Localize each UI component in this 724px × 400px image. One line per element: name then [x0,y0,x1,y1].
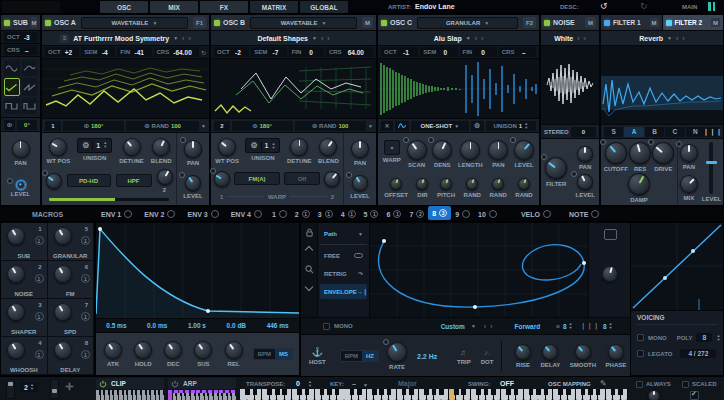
lfo-knob[interactable]: RISE [515,344,531,368]
mod-badge[interactable] [403,137,409,143]
transpose-value[interactable]: 0 [296,380,300,387]
osc-c-mini-knob[interactable]: RAND [464,178,481,198]
scaled-checkbox[interactable] [682,381,689,388]
macros-tab[interactable]: MACROS [0,211,95,218]
piano-black-key[interactable] [297,389,302,395]
piano-black-key[interactable] [350,389,355,395]
shape-prev-icon[interactable]: ‹ [484,323,486,330]
piano-black-key[interactable] [335,389,340,395]
osc-b-fin-field[interactable]: FIN0 [289,47,324,57]
osc-c-f2-button[interactable]: F2 [523,17,536,28]
filter-response-display[interactable] [601,46,723,125]
key-value[interactable]: – [352,380,356,387]
osc-b-blend-knob[interactable] [319,138,337,156]
osc-c-level-knob[interactable] [514,140,534,160]
pause-icon[interactable] [708,2,715,11]
crosshair-icon[interactable]: ✛ [65,381,73,392]
lock-icon[interactable] [305,228,314,237]
piano-black-key[interactable] [372,389,377,395]
filter-2-tab[interactable]: FILTER 2 M [663,15,724,31]
osc-a-preset-name[interactable]: AT Furthrrrr Mood Symmetry [73,35,169,42]
mod-badge[interactable] [600,139,606,145]
noise-next-icon[interactable]: › [584,35,586,42]
lfo-tab[interactable]: 21 [291,206,314,222]
lfo-envelope-button[interactable]: ENVELOPE→❘ [320,284,367,299]
env-tab[interactable]: ENV 2 [138,206,181,222]
arp-label[interactable]: ARP [183,380,197,387]
osc-a-level-knob[interactable] [185,175,201,191]
filter-type-button[interactable]: C [665,127,684,137]
env-value[interactable]: 0.0 ms [147,322,167,329]
noise-filter-knob[interactable] [545,157,567,179]
osc-a-preset-dropdown-icon[interactable]: ▼ [173,35,178,41]
osc-c-sample-display[interactable] [378,59,539,119]
osc-c-scan-knob[interactable] [407,140,427,160]
piano-black-key[interactable] [282,389,287,395]
filter-mix-knob[interactable] [680,175,698,193]
osc-mapping-button[interactable]: OSC MAPPING [548,381,591,387]
osc-c-playmode-dropdown[interactable]: ONE-SHOT▼ [411,121,469,131]
filter-type-button[interactable]: S [604,127,623,137]
macro-knob[interactable] [54,303,72,321]
sub-oct-field[interactable]: OCT-3 [4,32,37,42]
arp-power-icon[interactable] [171,380,179,388]
lfo-tab[interactable]: 1 [268,206,291,222]
lfo-aux-knob[interactable] [602,266,618,282]
mod-badge[interactable] [346,172,352,178]
noise-waveform-display[interactable] [541,46,599,125]
view-tab[interactable]: MIX [150,1,198,13]
osc-b-unison-stepper[interactable]: ⚙1▲▼ [245,138,280,153]
osc-a-wtpos-knob[interactable] [49,138,67,156]
piano-black-key[interactable] [536,389,541,395]
sub-header[interactable]: SUB M [1,15,40,31]
piano-black-key[interactable] [484,389,489,395]
sub-shape-saw[interactable] [4,78,20,96]
osc-a-f1-button[interactable]: F1 [193,17,206,28]
sub-pan-knob[interactable] [12,140,30,158]
macro-assign-badge[interactable]: 1 [81,236,90,245]
env-knob[interactable]: DEC [164,341,182,367]
piano-black-key[interactable] [327,389,332,395]
osc-b-mode-dropdown[interactable]: WAVETABLE▼ [250,17,357,29]
env-value[interactable]: 0.0 dB [227,322,247,329]
osc-b-warp2-knob[interactable] [324,171,340,187]
osc-a-crs-field[interactable]: CRS-64.00 [154,47,199,57]
piano-black-key[interactable] [529,389,534,395]
piano-black-key[interactable] [245,389,250,395]
osc-c-warp-menu-button[interactable]: ▼ [384,140,400,155]
piano-black-key[interactable] [588,389,593,395]
velo-tab[interactable]: VELO [515,206,557,222]
env-time-mode-toggle[interactable]: BPMMS [253,348,293,360]
dotted-icon[interactable]: ♪. [484,348,490,357]
note-tab[interactable]: NOTE [563,206,605,222]
clip-label[interactable]: CLIP [111,380,126,387]
scale-value[interactable]: Major [398,380,417,387]
osc-a-unison-stepper[interactable]: ⚙1▲▼ [77,138,112,153]
piano-black-key[interactable] [409,389,414,395]
filter-type-button[interactable]: B [645,127,664,137]
noise-prev-icon[interactable]: ‹ [577,35,579,42]
osc-a-warp2-select[interactable]: HPF [116,174,152,187]
osc-c-dens-knob[interactable] [432,140,452,160]
filter-prev-icon[interactable]: ‹ [676,35,678,42]
osc-b-oct-field[interactable]: OCT-2 [214,47,249,57]
piano-black-key[interactable] [275,389,280,395]
macro-assign-badge[interactable]: 1 [35,312,44,321]
env-value[interactable]: 1.00 s [188,322,206,329]
osc-a-warp1-knob[interactable] [46,173,62,189]
gear-icon[interactable]: ⚙ [250,141,257,150]
osc-c-next-icon[interactable]: › [481,35,483,42]
main-label[interactable]: MAIN [682,4,697,10]
osc-a-phase-box[interactable]: Φ180° [63,121,124,131]
osc-a-phase-dropdown-icon[interactable]: ▼ [201,123,206,129]
redo-icon[interactable]: ↻ [640,1,648,11]
gear-icon[interactable]: ⚙ [471,121,484,131]
filter-preset-name[interactable]: Reverb [639,35,663,42]
piano-black-key[interactable] [558,389,563,395]
piano-black-key[interactable] [491,389,496,395]
osc-a-fin-field[interactable]: FIN-41 [117,47,151,57]
host-anchor-icon[interactable]: ⚓ [312,347,323,357]
lfo-tab[interactable]: 72 [405,206,428,222]
macro-knob[interactable] [7,341,25,359]
sub-enable-led[interactable] [4,20,10,26]
